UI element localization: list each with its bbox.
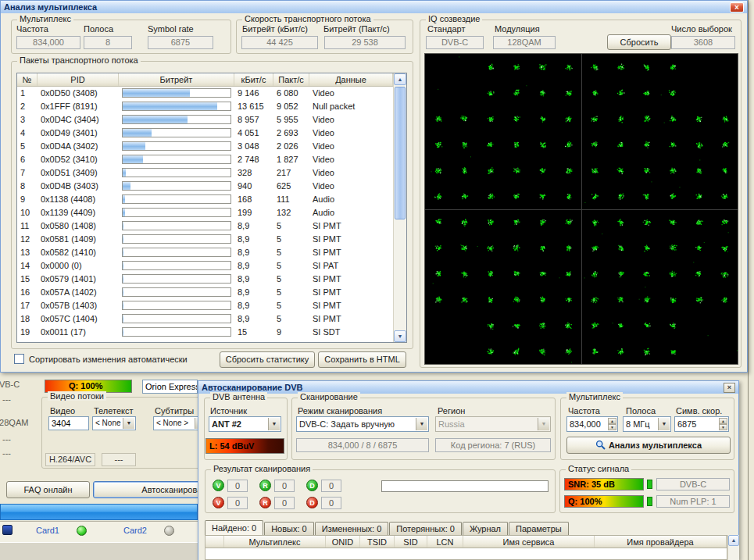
col-header-bitrate[interactable]: Битрейт	[119, 73, 234, 86]
col-header-sid[interactable]: SID	[395, 536, 427, 548]
packets-group-caption: Пакеты транспортного потока	[17, 55, 141, 65]
table-row[interactable]: 170x057B (1403)8,95SI PMT	[17, 299, 393, 312]
card1-led-icon	[77, 526, 87, 536]
scrollbar-thumb[interactable]	[395, 87, 406, 219]
table-row[interactable]: 20x1FFF (8191)13 6159 052Null packet	[17, 100, 393, 113]
col-header-data[interactable]: Данные	[309, 73, 393, 86]
bitrate-bar	[122, 301, 231, 310]
iq-reset-button[interactable]: Сбросить	[607, 34, 671, 50]
scanning-group-caption: Сканирование	[298, 392, 360, 401]
radio-found-icon: R	[259, 480, 271, 491]
table-row[interactable]: 180x057C (1404)8,95SI PMT	[17, 312, 393, 326]
subtitles-combo-value: < None >	[156, 417, 194, 430]
symbolrate-field: 6875	[148, 36, 213, 49]
autoscan-titlebar[interactable]: Автосканирование DVB ×	[198, 381, 738, 394]
radio-lost-count: 0	[274, 497, 295, 509]
col-header-onid[interactable]: ONID	[326, 536, 360, 548]
faq-button[interactable]: FAQ онлайн	[6, 481, 90, 498]
scan-sr-spinner[interactable]: 6875 ▲ ▼	[674, 416, 729, 432]
col-header-mux[interactable]: Мультиплекс	[224, 536, 326, 548]
chevron-down-icon[interactable]: ▼	[268, 418, 280, 430]
chevron-down-icon[interactable]: ▼	[416, 418, 427, 430]
sort-checkbox[interactable]	[14, 354, 24, 364]
data-found-count: 0	[321, 480, 341, 492]
chevron-down-icon[interactable]: ▼	[123, 418, 134, 429]
spin-up-icon[interactable]: ▲	[719, 418, 727, 424]
col-header-kbps[interactable]: кБит/с	[234, 73, 273, 86]
tab-lost[interactable]: Потерянных: 0	[389, 522, 462, 535]
save-html-button[interactable]: Сохранить в HTML	[318, 351, 406, 368]
analysis-titlebar[interactable]: Анализ мультиплекса ×	[1, 1, 747, 13]
packets-scrollbar[interactable]: ▲ ▼	[393, 73, 406, 342]
spin-down-icon[interactable]: ▼	[608, 424, 616, 430]
card1-label[interactable]: Card1	[36, 526, 59, 535]
close-icon[interactable]: ×	[724, 383, 735, 393]
app-icon	[2, 525, 13, 535]
band-label: Полоса	[84, 24, 113, 34]
modulation-field: 128QAM	[493, 36, 556, 49]
bitrate-bar	[122, 141, 231, 151]
table-row[interactable]: 190x0011 (17)159SI SDT	[17, 326, 393, 339]
scroll-up-icon[interactable]: ▲	[728, 535, 739, 546]
scan-status-field: 834,000 / 8 / 6875	[296, 438, 429, 452]
col-header-check[interactable]	[205, 536, 224, 548]
tab-found[interactable]: Найдено: 0	[205, 520, 263, 535]
bitrate-bar	[122, 181, 231, 191]
modulation-label: Модуляция	[495, 24, 540, 34]
bg-label-modulation: 128QAM	[0, 418, 28, 427]
scroll-up-icon[interactable]: ▲	[394, 73, 406, 85]
scan-band-value: 8 МГц	[626, 417, 657, 431]
antenna-group-caption: DVB антенна	[210, 392, 267, 401]
card2-label[interactable]: Card2	[123, 526, 147, 535]
table-row[interactable]: 40x0D49 (3401)4 0512 693Video	[17, 127, 393, 140]
signal-level-bar: L: 54 dBuV	[205, 438, 284, 454]
sort-checkbox-label[interactable]: Сортировать изменения автоматически	[29, 355, 188, 364]
bg-progress-bar	[0, 504, 198, 520]
tab-log[interactable]: Журнал	[463, 522, 508, 535]
table-row[interactable]: 130x0582 (1410)8,95SI PMT	[17, 246, 393, 259]
scan-band-combo[interactable]: 8 МГц ▼	[623, 416, 671, 432]
col-header-pps[interactable]: Пакт/с	[273, 73, 309, 86]
reset-stats-button[interactable]: Сбросить статистику	[220, 351, 315, 368]
bitrate-bar	[122, 208, 231, 217]
table-row[interactable]: 30x0D4C (3404)8 9575 955Video	[17, 113, 393, 127]
scan-freq-spinner[interactable]: 834,000 ▲ ▼	[566, 416, 618, 432]
table-row[interactable]: 60x0D52 (3410)2 7481 827Video	[17, 153, 393, 166]
col-header-num[interactable]: №	[17, 73, 38, 86]
tsr-group-caption: Скорость транспортного потока	[242, 14, 373, 23]
table-row[interactable]: 100x1139 (4409)199132Audio	[17, 206, 393, 219]
table-row[interactable]: 70x0D51 (3409)328217Video	[17, 166, 393, 180]
spin-down-icon[interactable]: ▼	[719, 424, 727, 430]
table-row[interactable]: 80x0D4B (3403)940625Video	[17, 180, 393, 193]
scroll-down-icon[interactable]: ▼	[394, 330, 406, 342]
table-row[interactable]: 50x0D4A (3402)3 0482 026Video	[17, 140, 393, 153]
col-header-pid[interactable]: PID	[38, 73, 119, 86]
table-row[interactable]: 110x0580 (1408)8,95SI PMT	[17, 219, 393, 233]
video-pid-field[interactable]: 3404	[48, 416, 89, 430]
spin-up-icon[interactable]: ▲	[608, 418, 616, 424]
chevron-down-icon[interactable]: ▼	[658, 418, 670, 430]
table-row[interactable]: 120x0581 (1409)8,95SI PMT	[17, 233, 393, 246]
magnifier-icon	[595, 440, 606, 450]
results-scrollbar[interactable]: ▲	[727, 535, 739, 560]
antenna-source-combo[interactable]: ANT #2 ▼	[209, 416, 281, 432]
analyze-mux-button[interactable]: Анализ мультиплекса	[566, 437, 731, 454]
col-header-provider[interactable]: Имя провайдера	[595, 536, 727, 548]
col-header-lcn[interactable]: LCN	[427, 536, 463, 548]
teletext-combo[interactable]: < None > ▼	[92, 416, 136, 430]
table-row[interactable]: 140x0000 (0)8,95SI PAT	[17, 259, 393, 273]
bitrate-kbps-field: 44 425	[241, 36, 318, 49]
col-header-service[interactable]: Имя сервиса	[463, 536, 595, 548]
tv-lost-count: 0	[227, 497, 248, 509]
tab-new[interactable]: Новых: 0	[264, 522, 314, 535]
table-row[interactable]: 160x057A (1402)8,95SI PMT	[17, 286, 393, 299]
tab-changed[interactable]: Измененных: 0	[315, 522, 389, 535]
packets-table-body: 10x0D50 (3408)9 1466 080Video20x1FFF (81…	[17, 87, 393, 339]
table-row[interactable]: 90x1138 (4408)168111Audio	[17, 193, 393, 206]
close-icon[interactable]: ×	[730, 2, 744, 12]
col-header-tsid[interactable]: TSID	[360, 536, 395, 548]
table-row[interactable]: 150x0579 (1401)8,95SI PMT	[17, 273, 393, 286]
scan-mode-combo[interactable]: DVB-C: Задать вручную ▼	[296, 416, 429, 432]
tab-params[interactable]: Параметры	[509, 522, 569, 535]
table-row[interactable]: 10x0D50 (3408)9 1466 080Video	[17, 87, 393, 100]
